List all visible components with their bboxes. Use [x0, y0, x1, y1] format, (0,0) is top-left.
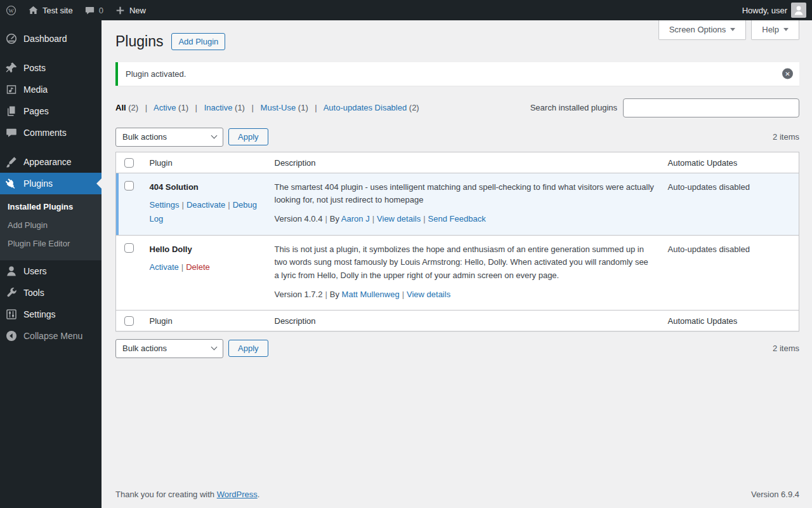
sidebar-item-plugins[interactable]: Plugins	[0, 173, 102, 194]
separator: |	[325, 214, 327, 224]
wordpress-menu[interactable]: W	[0, 0, 22, 20]
filter-must-use[interactable]: Must-Use	[261, 103, 296, 112]
sidebar-item-dashboard[interactable]: Dashboard	[0, 28, 102, 50]
column-plugin: Plugin	[143, 310, 268, 331]
notice-success: Plugin activated. ✕	[115, 62, 799, 86]
column-description: Description	[268, 152, 662, 173]
admin-sidebar: Dashboard Posts Media Pages	[0, 20, 102, 508]
plugin-meta: Version 1.7.2|By Matt Mullenweg|View det…	[275, 288, 655, 301]
delete-link[interactable]: Delete	[186, 262, 210, 272]
tablenav-bottom: Bulk actions Apply 2 items	[115, 339, 799, 358]
separator: |	[181, 262, 183, 272]
by-label: By	[330, 214, 339, 224]
author-link[interactable]: Matt Mullenweg	[342, 290, 400, 299]
table-row-hello-dolly: Hello Dolly Activate|Delete This is not …	[116, 236, 799, 311]
row-checkbox[interactable]	[124, 181, 134, 190]
sidebar-label: Pages	[23, 106, 49, 116]
sidebar-item-posts[interactable]: Posts	[0, 57, 102, 79]
filter-active[interactable]: Active	[154, 103, 176, 112]
collapse-menu-button[interactable]: Collapse Menu	[0, 325, 102, 347]
filter-inactive[interactable]: Inactive	[204, 103, 233, 112]
sidebar-separator	[0, 144, 102, 151]
deactivate-link[interactable]: Deactivate	[187, 200, 225, 210]
column-auto-updates: Automatic Updates	[662, 310, 799, 331]
plugin-description: The smartest 404 plugin - uses intellige…	[275, 181, 655, 206]
separator: |	[325, 290, 327, 299]
filter-inactive-count: (1)	[235, 103, 245, 112]
row-actions: Activate|Delete	[150, 260, 262, 274]
footer-thanks: Thank you for creating with WordPress.	[115, 490, 259, 499]
filter-all[interactable]: All	[115, 103, 126, 112]
sidebar-item-media[interactable]: Media	[0, 79, 102, 100]
sidebar-item-appearance[interactable]: Appearance	[0, 151, 102, 173]
plugin-name: Hello Dolly	[150, 244, 192, 254]
site-name-menu[interactable]: Test site	[22, 0, 79, 20]
users-icon	[5, 265, 18, 277]
apply-button[interactable]: Apply	[228, 340, 268, 357]
sidebar-item-comments[interactable]: Comments	[0, 122, 102, 144]
row-checkbox[interactable]	[124, 243, 134, 253]
plugin-name: 404 Solution	[150, 182, 199, 192]
comments-count: 0	[99, 6, 103, 15]
sidebar-separator	[0, 50, 102, 57]
my-account-menu[interactable]: Howdy, user	[737, 0, 812, 20]
search-label: Search installed plugins	[530, 103, 617, 112]
sidebar-item-users[interactable]: Users	[0, 260, 102, 282]
dismiss-notice-icon[interactable]: ✕	[782, 69, 793, 79]
footer: Thank you for creating with WordPress. V…	[115, 483, 799, 508]
select-all-checkbox[interactable]	[124, 316, 134, 326]
home-icon	[28, 5, 39, 16]
sidebar-item-tools[interactable]: Tools	[0, 282, 102, 304]
sidebar-item-settings[interactable]: Settings	[0, 304, 102, 325]
plugin-version: Version 1.7.2	[275, 290, 323, 299]
filter-active-count: (1)	[178, 103, 188, 112]
separator: |	[145, 103, 147, 112]
search-input[interactable]	[623, 98, 799, 117]
bulk-actions-select[interactable]: Bulk actions	[115, 128, 223, 147]
separator: |	[315, 103, 317, 112]
sidebar-item-pages[interactable]: Pages	[0, 100, 102, 122]
user-silhouette-icon	[792, 4, 805, 17]
bulk-actions-value: Bulk actions	[122, 132, 167, 142]
status-filters: All (2) | Active (1) | Inactive (1) | Mu…	[115, 103, 419, 112]
main-layout: Dashboard Posts Media Pages	[0, 20, 812, 508]
new-content-menu[interactable]: New	[109, 0, 152, 20]
activate-link[interactable]: Activate	[150, 262, 179, 272]
new-label: New	[129, 6, 146, 15]
sidebar-label: Dashboard	[23, 34, 67, 44]
chevron-down-icon	[211, 133, 218, 139]
chevron-down-icon	[783, 28, 789, 31]
table-header: Plugin Description Automatic Updates	[116, 152, 799, 173]
column-auto-updates: Automatic Updates	[662, 152, 799, 173]
settings-link[interactable]: Settings	[150, 200, 180, 210]
row-actions: Settings|Deactivate|Debug Log	[150, 198, 262, 226]
sidebar-label: Appearance	[23, 157, 72, 167]
view-details-link[interactable]: View details	[407, 290, 450, 299]
plugins-submenu: Installed Plugins Add Plugin Plugin File…	[0, 194, 102, 260]
bulk-actions-select[interactable]: Bulk actions	[115, 339, 223, 358]
comments-menu[interactable]: 0	[79, 0, 109, 20]
items-count: 2 items	[773, 344, 799, 353]
tools-icon	[5, 286, 18, 299]
add-plugin-button[interactable]: Add Plugin	[171, 33, 225, 50]
select-all-checkbox[interactable]	[124, 158, 134, 168]
filter-auto-updates-disabled[interactable]: Auto-updates Disabled	[324, 103, 407, 112]
auto-updates-status: Auto-updates disabled	[662, 236, 799, 311]
screen-options-button[interactable]: Screen Options	[658, 20, 747, 40]
help-button[interactable]: Help	[751, 20, 799, 40]
comments-icon	[5, 126, 18, 139]
tablenav-top: Bulk actions Apply 2 items	[115, 128, 799, 147]
notice-message: Plugin activated.	[126, 69, 186, 79]
submenu-installed-plugins[interactable]: Installed Plugins	[0, 197, 102, 216]
apply-button[interactable]: Apply	[228, 128, 268, 145]
wordpress-link[interactable]: WordPress	[217, 490, 258, 499]
author-link[interactable]: Aaron J	[341, 214, 370, 224]
collapse-icon	[5, 330, 18, 342]
submenu-add-plugin[interactable]: Add Plugin	[0, 216, 102, 234]
send-feedback-link[interactable]: Send Feedback	[428, 214, 486, 224]
plugin-description: This is not just a plugin, it symbolizes…	[275, 243, 655, 281]
view-details-link[interactable]: View details	[377, 214, 421, 224]
sidebar-label: Media	[23, 84, 48, 95]
search-box: Search installed plugins	[530, 98, 799, 117]
submenu-plugin-file-editor[interactable]: Plugin File Editor	[0, 234, 102, 253]
